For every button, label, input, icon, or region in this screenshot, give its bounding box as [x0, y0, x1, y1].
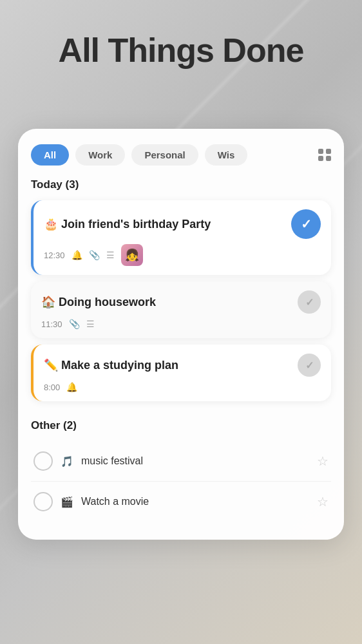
task-study-time: 8:00 — [44, 383, 60, 392]
checkmark-icon: ✓ — [305, 296, 314, 308]
other-music-emoji: 🎵 — [61, 455, 73, 468]
task-birthday-check[interactable]: ✓ — [291, 209, 321, 239]
bell-icon: 🔔 — [66, 382, 77, 392]
attachment-icon: 📎 — [89, 250, 100, 260]
task-birthday: 🎂 Join friend's birthday Party ✓ 12:30 🔔… — [31, 200, 331, 275]
music-star-icon[interactable]: ☆ — [317, 453, 329, 469]
task-birthday-emoji: 🎂 — [44, 218, 58, 231]
other-movie-emoji: 🎬 — [61, 496, 73, 508]
other-item-movie: 🎬 Watch a movie ☆ — [31, 482, 331, 522]
other-movie-check[interactable] — [33, 492, 53, 511]
main-card: All Work Personal Wis Today (3) 🎂 Join f… — [18, 129, 344, 540]
filter-tabs: All Work Personal Wis — [31, 144, 331, 166]
task-study-title: ✏️ Make a studying plan — [44, 358, 291, 372]
other-list: 🎵 music festival ☆ 🎬 Watch a movie ☆ — [31, 441, 331, 522]
task-study-emoji: ✏️ — [44, 359, 58, 372]
other-item-music: 🎵 music festival ☆ — [31, 441, 331, 482]
task-study: ✏️ Make a studying plan ✓ 8:00 🔔 — [31, 345, 331, 401]
task-housework: 🏠 Doing housework ✓ 11:30 📎 ☰ — [31, 281, 331, 338]
task-housework-emoji: 🏠 — [41, 296, 55, 308]
task-title-row: 🎂 Join friend's birthday Party ✓ — [44, 209, 321, 239]
other-music-label: music festival — [81, 455, 309, 467]
task-housework-title: 🏠 Doing housework — [41, 295, 291, 309]
task-housework-check[interactable]: ✓ — [298, 290, 321, 314]
task-housework-meta: 11:30 📎 ☰ — [41, 319, 321, 329]
task-housework-title-row: 🏠 Doing housework ✓ — [41, 290, 321, 314]
grid-icon — [318, 149, 331, 162]
app-title: All Things Done — [0, 31, 362, 70]
task-study-meta: 8:00 🔔 — [44, 382, 321, 392]
task-birthday-time: 12:30 — [44, 251, 65, 260]
today-task-list: 🎂 Join friend's birthday Party ✓ 12:30 🔔… — [31, 200, 331, 401]
list-icon: ☰ — [106, 250, 115, 260]
other-music-check[interactable] — [33, 451, 53, 471]
other-movie-label: Watch a movie — [81, 496, 309, 507]
task-birthday-thumbnail: 👧 — [121, 244, 143, 266]
attachment-icon: 📎 — [69, 319, 80, 329]
bell-icon: 🔔 — [71, 250, 82, 260]
other-heading: Other (2) — [31, 419, 331, 432]
tab-all[interactable]: All — [31, 144, 69, 166]
tab-wishlist[interactable]: Wis — [205, 144, 248, 166]
task-birthday-title: 🎂 Join friend's birthday Party — [44, 217, 285, 231]
checkmark-icon: ✓ — [301, 216, 312, 232]
list-icon: ☰ — [86, 319, 95, 329]
task-study-title-row: ✏️ Make a studying plan ✓ — [44, 354, 321, 377]
grid-view-button[interactable] — [318, 149, 331, 162]
task-housework-time: 11:30 — [41, 319, 62, 329]
task-study-check[interactable]: ✓ — [298, 354, 321, 377]
today-heading: Today (3) — [31, 178, 331, 191]
task-birthday-meta: 12:30 🔔 📎 ☰ 👧 — [44, 244, 321, 266]
movie-star-icon[interactable]: ☆ — [317, 494, 329, 509]
checkmark-icon: ✓ — [305, 359, 314, 372]
tab-personal[interactable]: Personal — [131, 144, 198, 166]
tab-work[interactable]: Work — [75, 144, 125, 166]
